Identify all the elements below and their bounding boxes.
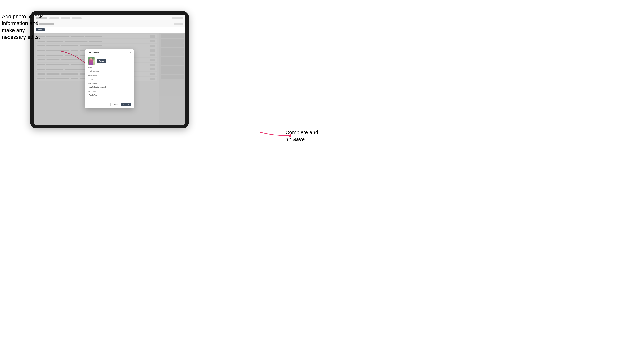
nav-item-2: [61, 17, 70, 19]
cancel-button[interactable]: Cancel: [110, 103, 120, 106]
display-name-field-group: Display name: [88, 75, 131, 81]
nav-item-3: [72, 17, 82, 19]
nav-item-1: [50, 17, 59, 19]
display-name-input[interactable]: [88, 77, 131, 81]
school-year-select[interactable]: First Year Second Year Third Year Fourth…: [88, 93, 131, 97]
photo-image: [88, 57, 95, 65]
subheader-right: [174, 23, 183, 25]
save-button[interactable]: ⬆ Save: [121, 103, 131, 106]
tablet-frame: Users: [30, 11, 189, 128]
modal-header: User details ×: [85, 49, 134, 55]
user-details-modal: User details × Upload: [85, 49, 134, 108]
modal-footer: Cancel ⬆ Save: [85, 101, 134, 108]
modal-close-button[interactable]: ×: [130, 51, 131, 53]
annotation-right: Complete and hit Save.: [286, 129, 318, 143]
modal-body: Upload Name Display name: [85, 55, 134, 101]
app-nav: [50, 17, 82, 19]
modal-overlay: User details × Upload: [34, 33, 185, 125]
school-year-select-wrapper: First Year Second Year Third Year Fourth…: [88, 93, 131, 97]
upload-photo-button[interactable]: Upload: [97, 59, 106, 63]
name-label: Name: [88, 67, 131, 69]
app-subheader: [34, 21, 185, 27]
content-area: User details × Upload: [34, 33, 185, 125]
email-label: Email address: [88, 83, 131, 84]
app-header: [34, 15, 185, 21]
modal-title: User details: [88, 51, 99, 53]
header-btn: [172, 17, 183, 19]
display-name-label: Display name: [88, 75, 131, 76]
subheader-button: [174, 23, 183, 25]
school-year-field-group: School Year First Year Second Year Third…: [88, 91, 131, 97]
school-year-label: School Year: [88, 91, 131, 92]
photo-section: Upload: [88, 57, 131, 65]
name-input[interactable]: [88, 69, 131, 73]
email-input[interactable]: [88, 85, 131, 89]
person-silhouette: [89, 59, 93, 65]
tab-bar: Users: [34, 27, 185, 33]
name-field-group: Name: [88, 67, 131, 73]
save-icon: ⬆: [123, 103, 124, 105]
user-photo-thumbnail: [88, 57, 95, 65]
email-field-group: Email address: [88, 83, 131, 89]
tablet-screen: Users: [34, 15, 185, 125]
app-header-right: [172, 17, 183, 19]
save-label: Save: [125, 103, 129, 105]
